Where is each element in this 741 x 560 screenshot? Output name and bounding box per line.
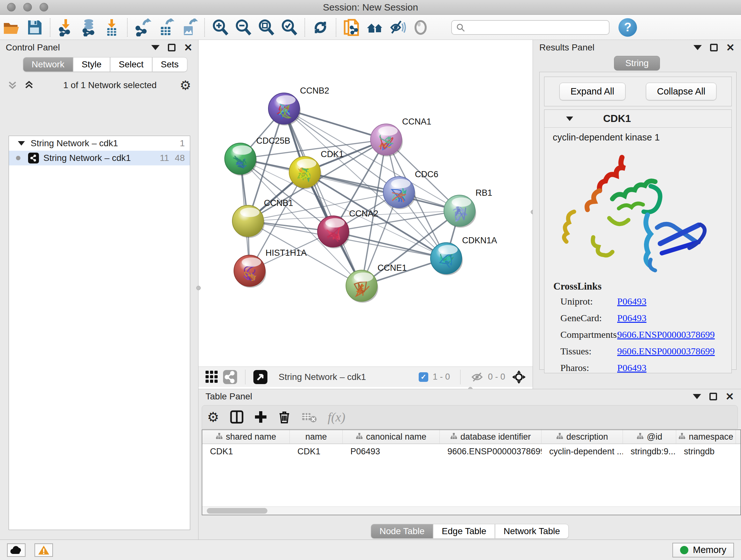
node-CDC25B[interactable]: CDC25B (225, 136, 290, 176)
warning-button[interactable] (35, 543, 53, 557)
protein-structure-image (555, 148, 721, 275)
hide-visual-button[interactable] (386, 17, 409, 38)
tab-network-table[interactable]: Network Table (495, 524, 569, 539)
zoom-fit-button[interactable] (255, 17, 278, 38)
refresh-layout-button[interactable] (309, 17, 332, 38)
left-splitter-handle[interactable] (196, 286, 201, 290)
node-RB1[interactable]: RB1 (444, 188, 492, 228)
network-options-gear-button[interactable]: ⚙ (180, 79, 191, 91)
tab-network[interactable]: Network (23, 57, 73, 72)
column-header-shared-name[interactable]: shared name (202, 430, 290, 443)
import-network-file-button[interactable] (54, 17, 77, 38)
column-header-database-identifier[interactable]: database identifier (440, 430, 542, 443)
export-table-button[interactable] (154, 17, 178, 38)
node-CDKN1A[interactable]: CDKN1A (430, 236, 497, 275)
delete-column-button[interactable] (278, 411, 291, 423)
panel-float-button[interactable] (710, 44, 718, 51)
table-cell[interactable]: CDK1 (202, 444, 290, 459)
tab-select[interactable]: Select (110, 57, 152, 72)
edge-CCNA2-CDKN1A[interactable] (333, 232, 446, 258)
crosslink-link[interactable]: P06493 (617, 362, 647, 373)
panel-float-button[interactable] (710, 393, 717, 400)
gene-section-header[interactable]: CDK1 (544, 110, 731, 128)
tab-sets[interactable]: Sets (152, 57, 187, 72)
zoom-selected-button[interactable] (278, 17, 300, 38)
tree-expand-icon[interactable] (18, 141, 25, 145)
save-session-button[interactable] (23, 17, 46, 38)
table-cell[interactable]: stringdb (676, 444, 736, 459)
tab-style[interactable]: Style (73, 57, 110, 72)
import-network-database-button[interactable] (77, 17, 100, 38)
node-CCNE1[interactable]: CCNE1 (346, 263, 407, 303)
network-canvas[interactable]: CCNB2CCNA1CDC25BCDK1CDC6RB1CCNB1CCNA2CDK… (199, 40, 533, 367)
selected-checkbox-icon[interactable]: ✓ (419, 372, 428, 382)
column-header-description[interactable]: description (542, 430, 623, 443)
panel-close-button[interactable]: ✕ (184, 43, 192, 53)
column-header-canonical-name[interactable]: canonical name (343, 430, 440, 443)
delete-table-button[interactable] (301, 411, 317, 423)
table-horizontal-scrollbar[interactable] (202, 506, 740, 515)
crosslink-link[interactable]: 9606.ENSP00000378699 (617, 346, 715, 357)
column-header--id[interactable]: @id (623, 430, 676, 443)
table-cell[interactable]: 9606.ENSP00000378699 (440, 444, 542, 459)
create-column-button[interactable] (254, 411, 267, 423)
table-cell[interactable]: stringdb:9... (623, 444, 676, 459)
copy-document-button[interactable] (340, 17, 363, 38)
edge-CCNB2-CCNE1[interactable] (284, 109, 361, 286)
panel-close-button[interactable]: ✕ (726, 43, 735, 53)
eye-button[interactable] (409, 17, 432, 38)
scrollbar-thumb[interactable] (207, 508, 267, 514)
table-options-gear-button[interactable]: ⚙ (207, 409, 219, 425)
fit-crosshair-button[interactable] (512, 370, 526, 384)
namespace-fork-icon (216, 432, 223, 442)
export-network-button[interactable] (131, 17, 154, 38)
tab-node-table[interactable]: Node Table (371, 524, 433, 539)
crosslink-link[interactable]: P06493 (617, 313, 647, 323)
panel-float-button[interactable] (168, 44, 176, 51)
maximize-window-button[interactable] (40, 3, 48, 11)
cloud-button[interactable] (7, 543, 25, 557)
memory-button[interactable]: Memory (672, 543, 734, 557)
search-box (451, 20, 610, 35)
zoom-in-button[interactable] (209, 17, 232, 38)
column-header-namespace[interactable]: namespace (676, 430, 736, 443)
table-cell[interactable]: CDK1 (290, 444, 343, 459)
panel-close-button[interactable]: ✕ (725, 391, 734, 401)
table-cell[interactable]: cyclin-dependent ... (542, 444, 623, 459)
import-table-button[interactable] (100, 17, 123, 38)
search-input[interactable] (465, 21, 605, 34)
tab-string[interactable]: String (614, 56, 660, 71)
section-collapse-icon[interactable] (566, 117, 573, 121)
zoom-out-button[interactable] (232, 17, 255, 38)
tab-edge-table[interactable]: Edge Table (433, 524, 495, 539)
expand-all-button[interactable]: Expand All (559, 83, 625, 100)
network-collection-row[interactable]: String Network – cdk1 1 (9, 136, 190, 151)
node-CCNB1[interactable]: CCNB1 (232, 198, 293, 238)
close-window-button[interactable] (7, 3, 16, 11)
crosslink-link[interactable]: 9606.ENSP00000378699 (617, 329, 715, 340)
expand-all-networks-button[interactable] (23, 79, 35, 91)
birdseye-grid-button[interactable] (205, 370, 219, 384)
collapse-all-button[interactable]: Collapse All (646, 83, 717, 100)
network-graph[interactable]: CCNB2CCNA1CDC25BCDK1CDC6RB1CCNB1CCNA2CDK… (199, 40, 533, 367)
export-image-button[interactable] (178, 17, 200, 38)
column-header-name[interactable]: name (290, 430, 343, 443)
minimize-window-button[interactable] (23, 3, 32, 11)
panel-menu-button[interactable] (151, 45, 159, 50)
node-HIST1H1A[interactable]: HIST1H1A (234, 248, 307, 288)
table-row[interactable]: CDK1CDK1P064939606.ENSP00000378699cyclin… (202, 444, 740, 459)
homes-button[interactable] (363, 17, 386, 38)
open-session-button[interactable] (0, 17, 23, 38)
open-in-window-button[interactable] (253, 370, 268, 384)
help-button[interactable]: ? (618, 18, 637, 37)
table-cell[interactable]: P06493 (343, 444, 440, 459)
function-builder-button[interactable]: f(x) (328, 410, 346, 425)
panel-menu-button[interactable] (693, 394, 701, 399)
collapse-all-networks-button[interactable] (7, 79, 18, 91)
panel-menu-button[interactable] (693, 45, 702, 50)
show-columns-button[interactable] (230, 410, 244, 424)
network-row-selected[interactable]: String Network – cdk1 11 48 (9, 151, 190, 165)
node-CCNA1[interactable]: CCNA1 (370, 117, 431, 157)
string-view-button[interactable] (223, 370, 238, 384)
crosslink-link[interactable]: P06493 (617, 296, 647, 307)
